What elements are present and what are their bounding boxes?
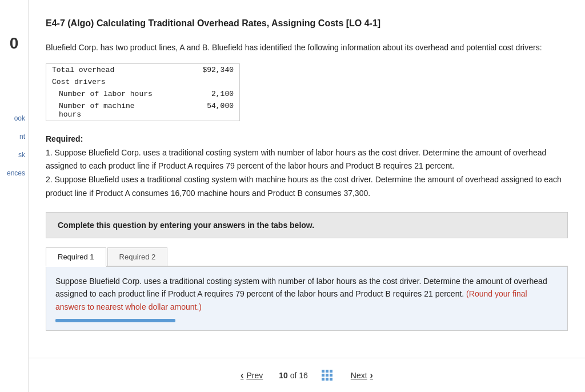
labor-hours-label: Number of labor hours [46, 88, 162, 100]
pagination-info: 10 of 16 [279, 371, 308, 380]
cost-drivers-label: Cost drivers [46, 76, 162, 88]
data-table: Total overhead $92,340 Cost drivers Numb… [46, 63, 240, 121]
answer-input-bar[interactable] [55, 319, 175, 322]
total-pages: 16 [299, 371, 308, 380]
page-separator: of [290, 371, 297, 380]
next-button[interactable]: Next › [346, 368, 378, 383]
machine-hours-value: 54,000 [162, 100, 239, 121]
overhead-value: $92,340 [162, 64, 239, 76]
sidebar-item-hint[interactable]: nt [19, 133, 25, 141]
tab-required-1[interactable]: Required 1 [46, 247, 106, 267]
table-row-labor: Number of labor hours 2,100 [46, 88, 239, 100]
main-content: E4-7 (Algo) Calculating Traditional Over… [29, 0, 585, 392]
required-label: Required: [46, 134, 83, 143]
sidebar-item-book[interactable]: ook [14, 114, 25, 122]
complete-box: Complete this question by entering your … [46, 212, 568, 238]
table-row-cost-drivers: Cost drivers [46, 76, 239, 88]
table-row-overhead: Total overhead $92,340 [46, 64, 239, 76]
required-section: Required: 1. Suppose Bluefield Corp. use… [46, 133, 568, 201]
overhead-label: Total overhead [46, 64, 162, 76]
pagination-bar: ‹ Prev 10 of 16 Next › [29, 358, 585, 392]
tabs-container: Required 1 Required 2 Suppose Bluefield … [46, 247, 568, 331]
grid-icon[interactable] [322, 370, 332, 381]
current-page: 10 [279, 371, 288, 380]
prev-label: Prev [246, 371, 263, 380]
requirement-1-text: 1. Suppose Bluefield Corp. uses a tradit… [46, 148, 546, 171]
sidebar-links: ook nt sk ences [0, 114, 29, 177]
labor-hours-value: 2,100 [162, 88, 239, 100]
complete-box-text: Complete this question by entering your … [58, 221, 314, 230]
prev-button[interactable]: ‹ Prev [236, 368, 267, 383]
tab-content-required-1: Suppose Bluefield Corp. uses a tradition… [46, 267, 568, 331]
sidebar-item-ask[interactable]: sk [18, 151, 25, 159]
table-row-machine: Number of machine hours 54,000 [46, 100, 239, 121]
question-title: E4-7 (Algo) Calculating Traditional Over… [46, 17, 568, 30]
left-sidebar: 0 [0, 0, 29, 392]
prev-chevron-icon: ‹ [241, 370, 243, 381]
machine-hours-label: Number of machine hours [46, 100, 162, 121]
next-chevron-icon: › [370, 370, 373, 381]
tab-required-2[interactable]: Required 2 [107, 247, 168, 266]
next-label: Next [351, 371, 367, 380]
sidebar-number: 0 [10, 34, 19, 53]
tabs-header: Required 1 Required 2 [46, 247, 568, 267]
question-intro: Bluefield Corp. has two product lines, A… [46, 41, 568, 54]
requirement-2-text: 2. Suppose Bluefield uses a traditional … [46, 175, 562, 198]
sidebar-item-references[interactable]: ences [7, 169, 25, 177]
